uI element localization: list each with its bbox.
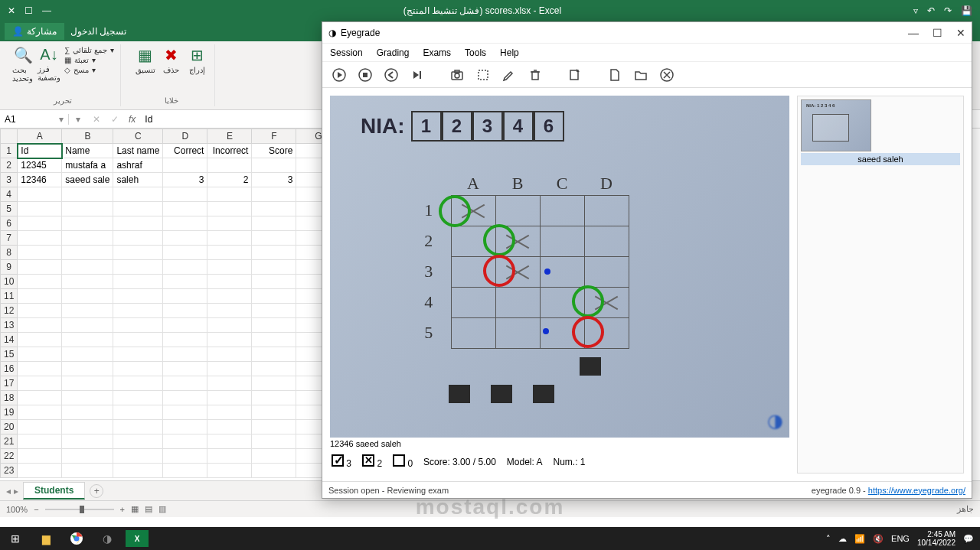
cell[interactable] <box>18 333 62 347</box>
cell[interactable] <box>163 391 207 405</box>
row-header[interactable]: 23 <box>1 464 18 478</box>
zoom-in-button[interactable]: + <box>120 505 125 514</box>
cell[interactable] <box>207 449 252 464</box>
cell[interactable] <box>163 275 207 289</box>
cell[interactable] <box>252 420 296 434</box>
row-header[interactable]: 9 <box>1 260 18 275</box>
row-header[interactable]: 15 <box>1 347 18 362</box>
redo-icon[interactable]: ↷ <box>944 5 952 16</box>
cell[interactable] <box>252 260 296 275</box>
cell[interactable] <box>62 187 113 202</box>
cell[interactable] <box>113 333 163 347</box>
cell[interactable] <box>163 187 207 202</box>
cell[interactable] <box>62 289 113 304</box>
cell[interactable] <box>113 260 163 275</box>
cell[interactable] <box>163 333 207 347</box>
cell[interactable] <box>18 449 62 464</box>
cell[interactable] <box>163 304 207 318</box>
cell[interactable] <box>163 434 207 449</box>
cell[interactable]: Correct <box>163 144 207 158</box>
row-header[interactable]: 17 <box>1 376 18 391</box>
cell[interactable]: 3 <box>252 173 296 187</box>
cell[interactable] <box>18 289 62 304</box>
cell[interactable] <box>113 246 163 260</box>
add-sheet-button[interactable]: + <box>90 484 103 498</box>
cell[interactable] <box>252 187 296 202</box>
menu-session[interactable]: Session <box>330 47 363 58</box>
cell[interactable] <box>163 318 207 333</box>
cell[interactable] <box>62 405 113 420</box>
cell[interactable] <box>18 246 62 260</box>
cell[interactable]: 3 <box>163 173 207 187</box>
clock[interactable]: 2:45 AM 10/14/2022 <box>917 530 956 547</box>
zoom-slider[interactable] <box>45 509 114 510</box>
row-header[interactable]: 2 <box>1 158 18 173</box>
tab-next-icon[interactable]: ▸ <box>14 486 18 496</box>
crop-button[interactable] <box>474 66 492 84</box>
cell[interactable] <box>113 187 163 202</box>
cell[interactable]: 2 <box>207 173 252 187</box>
cell[interactable] <box>207 318 252 333</box>
play-button[interactable] <box>330 66 348 84</box>
row-header[interactable]: 6 <box>1 216 18 231</box>
cell[interactable] <box>252 216 296 231</box>
cell[interactable] <box>252 405 296 420</box>
cell[interactable] <box>163 231 207 246</box>
cell[interactable] <box>252 318 296 333</box>
menu-grading[interactable]: Grading <box>377 47 410 58</box>
cell[interactable] <box>252 246 296 260</box>
trash-button[interactable] <box>526 66 544 84</box>
row-header[interactable]: 12 <box>1 304 18 318</box>
cell[interactable] <box>113 318 163 333</box>
chrome-icon[interactable] <box>61 527 92 550</box>
cell[interactable] <box>207 362 252 376</box>
cell[interactable] <box>62 333 113 347</box>
col-header[interactable]: D <box>163 129 207 144</box>
thumbnail-item[interactable]: NIA: 1 2 3 4 6 <box>801 99 871 151</box>
cell[interactable]: Incorrect <box>207 144 252 158</box>
notification-icon[interactable]: 💬 <box>963 534 974 544</box>
cell[interactable] <box>62 246 113 260</box>
cell[interactable] <box>62 260 113 275</box>
zoom-out-button[interactable]: − <box>34 505 38 514</box>
row-header[interactable]: 1 <box>1 144 18 158</box>
cell[interactable] <box>163 289 207 304</box>
cell[interactable] <box>18 202 62 216</box>
col-header[interactable]: F <box>252 129 296 144</box>
ribbon-options-icon[interactable]: ▿ <box>913 5 918 16</box>
col-header[interactable]: B <box>62 129 113 144</box>
cell[interactable] <box>18 304 62 318</box>
cell[interactable]: Id <box>18 144 62 158</box>
row-header[interactable]: 20 <box>1 420 18 434</box>
tab-prev-icon[interactable]: ◂ <box>6 486 11 496</box>
cell[interactable] <box>252 376 296 391</box>
cell[interactable] <box>113 420 163 434</box>
insert-button[interactable]: ⊞ إدراج <box>187 46 208 76</box>
cell[interactable] <box>252 333 296 347</box>
cell[interactable] <box>252 391 296 405</box>
cell[interactable] <box>18 347 62 362</box>
capture-image[interactable]: NIA: 12346 ABCD12345 <box>330 96 789 438</box>
volume-icon[interactable]: 🔇 <box>873 534 884 544</box>
cell[interactable] <box>252 202 296 216</box>
cell[interactable] <box>18 405 62 420</box>
cell[interactable] <box>207 231 252 246</box>
cell[interactable] <box>252 289 296 304</box>
cell[interactable] <box>163 260 207 275</box>
cell[interactable]: mustafa a <box>62 158 113 173</box>
cell[interactable] <box>163 464 207 478</box>
cell[interactable] <box>163 362 207 376</box>
view-page-icon[interactable]: ▤ <box>145 504 152 514</box>
cell[interactable] <box>207 391 252 405</box>
accept-formula-icon[interactable]: ✓ <box>106 114 124 125</box>
cell[interactable]: Last name <box>113 144 163 158</box>
cell[interactable] <box>207 464 252 478</box>
signin-link[interactable]: تسجيل الدخول <box>70 26 126 37</box>
fill-button[interactable]: ▦ تعبئة ▾ <box>64 56 114 64</box>
col-header[interactable]: E <box>207 129 252 144</box>
cell[interactable] <box>163 158 207 173</box>
row-header[interactable]: 5 <box>1 202 18 216</box>
cell[interactable] <box>18 362 62 376</box>
cell[interactable] <box>163 347 207 362</box>
share-button[interactable]: 👤 مشاركة <box>5 23 64 40</box>
